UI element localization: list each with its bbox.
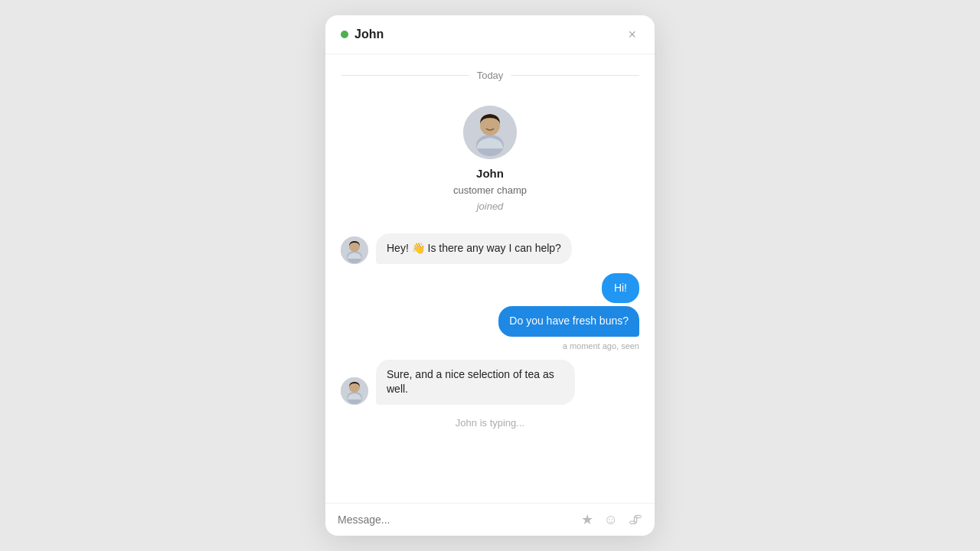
chat-contact-name: John [354, 28, 384, 41]
date-divider: Today [341, 70, 639, 81]
message-text-hi: Hi! [614, 282, 627, 294]
emoji-icon-button[interactable]: ☺ [604, 513, 618, 527]
message-text-1: Hey! 👋 Is there any way I can help? [387, 242, 561, 254]
chat-window: John × Today [325, 15, 655, 536]
date-divider-line-right [511, 75, 639, 76]
chat-header: John × [325, 15, 655, 54]
bookmark-icon-button[interactable]: ★ [581, 513, 593, 527]
header-left: John [341, 28, 384, 41]
agent-avatar-1 [341, 236, 368, 264]
message-row-incoming-1: Hey! 👋 Is there any way I can help? [341, 233, 639, 264]
date-divider-line-left [341, 75, 469, 76]
attach-icon-button[interactable]: 🖇 [629, 513, 642, 527]
join-card-action: joined [477, 201, 504, 212]
footer-icons: ★ ☺ 🖇 [581, 513, 642, 527]
bubble-incoming-1: Hey! 👋 Is there any way I can help? [376, 233, 572, 264]
bubble-outgoing-buns: Do you have fresh buns? [498, 306, 639, 337]
bubble-incoming-2: Sure, and a nice selection of tea as wel… [376, 360, 575, 405]
close-button[interactable]: × [625, 28, 639, 41]
date-divider-label: Today [477, 70, 504, 81]
message-row-outgoing: Hi! Do you have fresh buns? a moment ago… [341, 273, 639, 350]
chat-footer: ★ ☺ 🖇 [325, 503, 655, 536]
message-meta: a moment ago, seen [563, 341, 639, 350]
online-status-dot [341, 31, 348, 38]
message-row-incoming-2: Sure, and a nice selection of tea as wel… [341, 360, 639, 405]
messages-area: Today Joh [325, 54, 655, 503]
join-card: John customer champ joined [341, 106, 639, 212]
agent-avatar-2 [341, 377, 368, 405]
join-card-name: John [476, 167, 504, 180]
join-card-role: customer champ [453, 184, 527, 196]
outgoing-group: Hi! Do you have fresh buns? a moment ago… [498, 273, 639, 350]
bubble-outgoing-hi: Hi! [602, 273, 639, 304]
message-text-buns: Do you have fresh buns? [509, 315, 629, 327]
join-avatar [463, 106, 517, 159]
message-text-2: Sure, and a nice selection of tea as wel… [387, 368, 554, 396]
typing-indicator: John is typing... [341, 414, 639, 435]
message-input[interactable] [338, 514, 572, 526]
